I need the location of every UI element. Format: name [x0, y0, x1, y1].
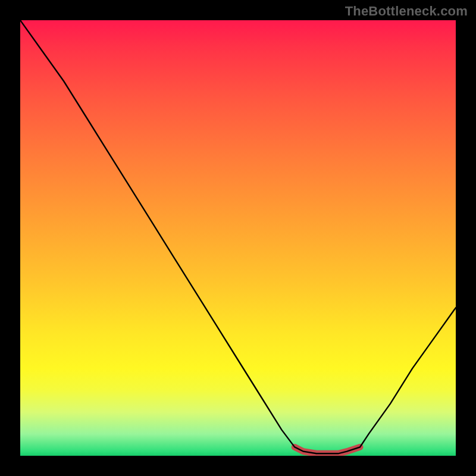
- bottleneck-curve: [20, 20, 456, 453]
- curve-layer: [20, 20, 456, 456]
- plot-area: [20, 20, 456, 456]
- chart-frame: TheBottleneck.com: [0, 0, 476, 476]
- watermark-text: TheBottleneck.com: [345, 4, 468, 19]
